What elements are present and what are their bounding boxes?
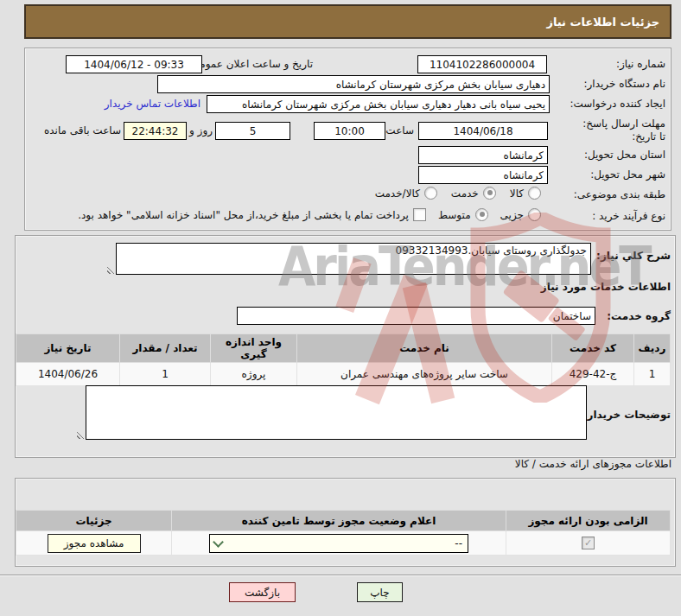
- cell-quantity: 1: [120, 363, 211, 386]
- cell-row-number: 1: [634, 363, 671, 386]
- need-number-label: شماره نیاز:: [616, 58, 665, 70]
- cell-need-date: 1404/06/26: [16, 363, 120, 386]
- purchase-process-group: جزیی متوسط پرداخت تمام یا بخشی از مبلغ خ…: [78, 208, 541, 221]
- buyer-notes-textarea[interactable]: [86, 385, 587, 440]
- purchase-process-label: نوع فرآیند خرید :: [592, 210, 665, 222]
- view-license-button[interactable]: مشاهده مجوز: [48, 534, 141, 553]
- cell-license-required: [506, 531, 671, 556]
- announce-datetime-label: تاریخ و ساعت اعلان عمومی:: [188, 58, 313, 70]
- col-service-name: نام خدمت: [297, 334, 552, 363]
- subject-category-group: کالا خدمت کالا/خدمت: [375, 187, 541, 200]
- licenses-section-title: اطلاعات مجوزهای ارائه خدمت / کالا: [515, 458, 671, 470]
- days-and-label: روز و: [189, 124, 213, 137]
- deadline-hour-label: ساعت: [385, 124, 414, 137]
- deadline-time-input[interactable]: [314, 122, 385, 140]
- cell-service-code: ج-42-429: [552, 363, 634, 386]
- service-group-label: گروه خدمت:: [607, 310, 671, 322]
- cell-unit: پروژه: [211, 363, 297, 386]
- delivery-city-input[interactable]: [418, 166, 548, 184]
- checkbox-checked-icon[interactable]: [582, 537, 595, 549]
- announce-datetime-input[interactable]: [66, 55, 202, 73]
- col-unit: واحد اندازه گیری: [211, 334, 297, 363]
- checkbox-unchecked-icon[interactable]: [413, 208, 426, 221]
- deadline-date-input[interactable]: [418, 122, 548, 140]
- buyer-notes-label: توضیحات خریدار:: [583, 409, 671, 421]
- services-table: ردیف کد خدمت نام خدمت واحد اندازه گیری ت…: [16, 333, 671, 386]
- cell-service-name: ساخت سایر پروژه‌های مهندسی عمران: [297, 363, 552, 386]
- back-button[interactable]: بازگشت: [229, 582, 296, 602]
- col-license-required: الزامی بودن ارائه مجوز: [506, 511, 671, 531]
- category-goods-label: کالا: [510, 187, 524, 200]
- need-info-panel: شماره نیاز: تاریخ و ساعت اعلان عمومی: نا…: [24, 48, 671, 231]
- requester-label: ایجاد کننده درخواست:: [570, 98, 665, 110]
- category-option-service[interactable]: خدمت: [451, 187, 496, 200]
- category-goods-service-label: کالا/خدمت: [375, 187, 420, 200]
- service-group-input[interactable]: [237, 307, 595, 325]
- col-license-status: اعلام وضعیت مجوز توسط تامین کننده: [172, 511, 506, 531]
- services-section-title: اطلاعات خدمات مورد نیاز: [541, 281, 671, 293]
- cell-license-status: --: [172, 531, 506, 556]
- col-row-number: ردیف: [634, 334, 671, 363]
- services-panel: شرح کلي نياز: جدولگذاری روستای سیابان.09…: [15, 235, 676, 458]
- process-option-medium[interactable]: متوسط: [438, 208, 488, 221]
- buyer-name-label: نام دستگاه خریدار:: [584, 78, 666, 90]
- countdown-timer: [124, 122, 187, 140]
- radio-unchecked-icon[interactable]: [528, 208, 541, 221]
- radio-checked-icon[interactable]: [483, 187, 496, 200]
- deadline-label: مهلت ارسال پاسخ: تا تاریخ:: [576, 117, 665, 143]
- radio-checked-icon[interactable]: [475, 208, 488, 221]
- category-option-goods[interactable]: کالا: [510, 187, 541, 200]
- process-option-minor[interactable]: جزیی: [500, 208, 541, 221]
- need-description-label: شرح کلي نياز:: [596, 250, 671, 262]
- page-title-bar: جزئیات اطلاعات نیاز: [24, 4, 671, 39]
- buyer-name-input[interactable]: [157, 75, 550, 93]
- subject-category-label: طبقه بندی موضوعی:: [574, 188, 665, 200]
- delivery-province-label: استان محل تحویل:: [584, 149, 665, 161]
- need-description-textarea[interactable]: جدولگذاری روستای سیابان.09332134993: [116, 243, 591, 275]
- process-minor-label: جزیی: [500, 209, 524, 221]
- page-title: جزئیات اطلاعات نیاز: [546, 16, 659, 29]
- buyer-contact-link[interactable]: اطلاعات تماس خریدار: [105, 98, 200, 110]
- remaining-days-input[interactable]: [215, 122, 290, 140]
- print-button[interactable]: چاپ: [357, 582, 403, 602]
- category-service-label: خدمت: [451, 187, 479, 200]
- treasury-docs-label: پرداخت تمام یا بخشی از مبلغ خرید،از محل …: [78, 209, 409, 221]
- delivery-province-input[interactable]: [418, 146, 548, 164]
- col-details: جزئیات: [16, 511, 172, 531]
- col-service-code: کد خدمت: [552, 334, 634, 363]
- radio-unchecked-icon[interactable]: [424, 187, 437, 200]
- cell-details: مشاهده مجوز: [16, 531, 172, 556]
- service-table-row: 1 ج-42-429 ساخت سایر پروژه‌های مهندسی عم…: [16, 363, 671, 386]
- license-table-row: -- مشاهده مجوز: [16, 531, 671, 556]
- col-quantity: تعداد / مقدار: [120, 334, 211, 363]
- hours-remaining-label: ساعت باقی مانده: [44, 124, 121, 137]
- footer-divider: [0, 575, 681, 576]
- radio-unchecked-icon[interactable]: [528, 187, 541, 200]
- delivery-city-label: شهر محل تحویل:: [590, 168, 665, 181]
- licenses-table: الزامی بودن ارائه مجوز اعلام وضعیت مجوز …: [16, 510, 671, 556]
- requester-input[interactable]: [207, 95, 550, 113]
- category-option-goods-service[interactable]: کالا/خدمت: [375, 187, 437, 200]
- licenses-panel: الزامی بودن ارائه مجوز اعلام وضعیت مجوز …: [15, 478, 676, 567]
- col-need-date: تاریخ نیاز: [16, 334, 120, 363]
- need-number-input[interactable]: [417, 55, 547, 73]
- license-status-select[interactable]: --: [209, 534, 468, 553]
- need-details-page: { "header": { "title": "جزئیات اطلاعات ن…: [0, 0, 681, 616]
- treasury-docs-option[interactable]: پرداخت تمام یا بخشی از مبلغ خرید،از محل …: [78, 208, 426, 221]
- process-medium-label: متوسط: [438, 209, 471, 221]
